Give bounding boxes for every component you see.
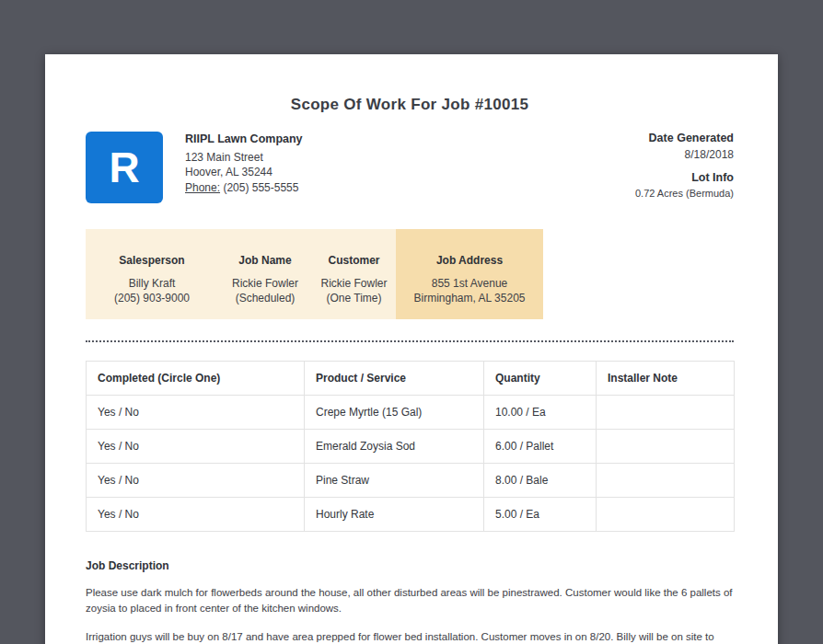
cell-product: Crepe Myrtle (15 Gal): [305, 396, 484, 430]
date-generated-value: 8/18/2018: [635, 148, 734, 161]
salesperson-label: Salesperson: [86, 253, 218, 268]
cell-product: Emerald Zoysia Sod: [305, 430, 484, 464]
document-header: R RIIPL Lawn Company 123 Main Street Hoo…: [86, 132, 734, 203]
col-header-completed: Completed (Circle One): [87, 362, 305, 396]
customer-label: Customer: [312, 253, 396, 268]
lot-info-value: 0.72 Acres (Bermuda): [635, 188, 734, 199]
cell-completed: Yes / No: [87, 498, 305, 532]
document-page: Scope Of Work For Job #10015 R RIIPL Law…: [45, 54, 778, 644]
job-address-line2: Birmingham, AL 35205: [396, 291, 543, 305]
phone-number: (205) 555-5555: [223, 181, 298, 194]
table-row: Yes / No Crepe Myrtle (15 Gal) 10.00 / E…: [87, 396, 735, 430]
job-description-paragraph: Irrigation guys will be buy on 8/17 and …: [86, 629, 734, 644]
company-address-line1: 123 Main Street: [185, 150, 303, 166]
job-name-value: Rickie Fowler: [218, 276, 312, 291]
job-description-section: Job Description Please use dark mulch fo…: [86, 559, 734, 644]
cell-installer-note: [597, 464, 735, 498]
summary-col-job-address: Job Address 855 1st Avenue Birmingham, A…: [396, 229, 543, 319]
job-description-heading: Job Description: [86, 559, 734, 572]
lot-info-label: Lot Info: [635, 171, 734, 184]
cell-installer-note: [597, 430, 735, 464]
job-name-status: (Scheduled): [218, 291, 312, 305]
document-meta: Date Generated 8/18/2018 Lot Info 0.72 A…: [635, 132, 734, 199]
job-address-label: Job Address: [396, 253, 543, 268]
cell-completed: Yes / No: [87, 464, 305, 498]
summary-col-job-name: Job Name Rickie Fowler (Scheduled): [218, 229, 312, 319]
company-info: RIIPL Lawn Company 123 Main Street Hoove…: [185, 132, 303, 195]
col-header-quantity: Quantity: [484, 362, 597, 396]
customer-name: Rickie Fowler: [312, 276, 396, 291]
cell-product: Pine Straw: [305, 464, 484, 498]
table-row: Yes / No Pine Straw 8.00 / Bale: [87, 464, 735, 498]
work-items-table: Completed (Circle One) Product / Service…: [86, 361, 735, 532]
salesperson-phone: (205) 903-9000: [86, 291, 218, 305]
cell-quantity: 6.00 / Pallet: [484, 430, 597, 464]
cell-completed: Yes / No: [87, 430, 305, 464]
dotted-divider: [86, 340, 734, 342]
cell-completed: Yes / No: [87, 396, 305, 430]
date-generated-label: Date Generated: [635, 132, 734, 144]
customer-type: (One Time): [312, 291, 396, 305]
cell-product: Hourly Rate: [305, 498, 484, 532]
salesperson-name: Billy Kraft: [86, 276, 218, 291]
table-row: Yes / No Hourly Rate 5.00 / Ea: [87, 498, 735, 532]
cell-quantity: 8.00 / Bale: [484, 464, 597, 498]
summary-col-customer: Customer Rickie Fowler (One Time): [312, 229, 396, 319]
cell-installer-note: [597, 396, 735, 430]
company-name: RIIPL Lawn Company: [185, 132, 303, 147]
job-description-paragraph: Please use dark mulch for flowerbeds aro…: [86, 585, 734, 616]
job-address-line1: 855 1st Avenue: [396, 276, 543, 291]
job-name-label: Job Name: [218, 253, 312, 268]
col-header-installer-note: Installer Note: [597, 362, 735, 396]
summary-col-salesperson: Salesperson Billy Kraft (205) 903-9000: [86, 229, 218, 319]
table-header-row: Completed (Circle One) Product / Service…: [87, 362, 735, 396]
col-header-product: Product / Service: [305, 362, 484, 396]
job-summary-band: Salesperson Billy Kraft (205) 903-9000 J…: [86, 229, 543, 319]
phone-label: Phone:: [185, 181, 220, 194]
cell-quantity: 10.00 / Ea: [484, 396, 597, 430]
cell-installer-note: [597, 498, 735, 532]
company-logo: R: [86, 132, 163, 203]
table-row: Yes / No Emerald Zoysia Sod 6.00 / Palle…: [87, 430, 735, 464]
cell-quantity: 5.00 / Ea: [484, 498, 597, 532]
company-address-line2: Hoover, AL 35244: [185, 165, 303, 180]
logo-letter: R: [109, 143, 139, 192]
page-title: Scope Of Work For Job #10015: [86, 54, 734, 114]
company-phone: Phone: (205) 555-5555: [185, 180, 303, 196]
